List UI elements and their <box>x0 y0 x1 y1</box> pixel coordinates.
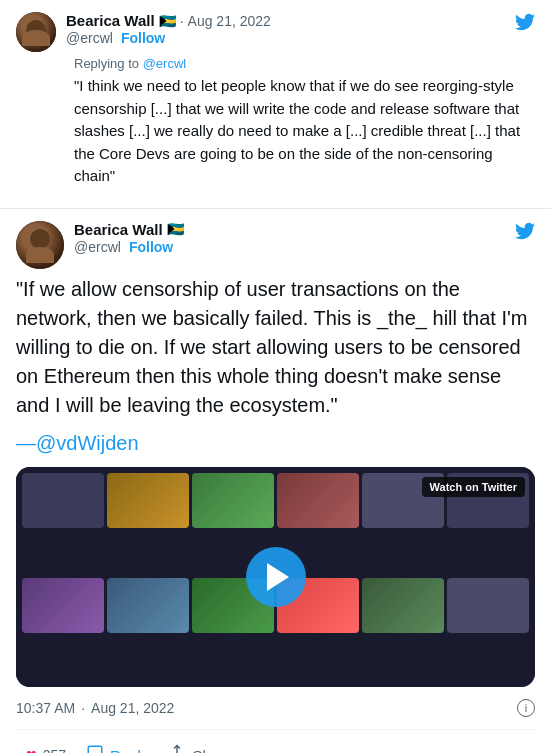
quote-attribution[interactable]: —@vdWijden <box>16 432 535 455</box>
reply-avatar[interactable] <box>16 12 56 52</box>
like-count: 257 <box>43 747 66 753</box>
watch-on-twitter-label: Watch on Twitter <box>422 477 525 497</box>
reply-tweet-header: Bearica Wall 🇧🇸 · Aug 21, 2022 @ercwl Fo… <box>16 12 535 52</box>
reply-name-row: Bearica Wall 🇧🇸 · Aug 21, 2022 <box>66 12 515 29</box>
reply-handle: @ercwl <box>66 30 113 46</box>
reply-date: Aug 21, 2022 <box>188 13 271 29</box>
main-name-row: Bearica Wall 🇧🇸 <box>74 221 515 238</box>
reply-flag: 🇧🇸 <box>159 13 176 29</box>
main-avatar[interactable] <box>16 221 64 269</box>
video-cell-1 <box>22 473 104 528</box>
main-handle: @ercwl <box>74 239 121 255</box>
main-twitter-logo <box>515 221 535 245</box>
share-icon <box>168 744 186 754</box>
action-divider <box>16 729 535 730</box>
reply-tweet: Bearica Wall 🇧🇸 · Aug 21, 2022 @ercwl Fo… <box>0 0 551 209</box>
replying-to-handle[interactable]: @ercwl <box>143 56 187 71</box>
main-handle-row: @ercwl Follow <box>74 239 515 255</box>
video-preview[interactable]: Watch on Twitter <box>16 467 535 687</box>
main-display-name: Bearica Wall <box>74 221 163 238</box>
replying-to-label: Replying to @ercwl <box>74 56 535 71</box>
tweet-time: 10:37 AM <box>16 700 75 716</box>
meta-sep: · <box>81 700 85 716</box>
video-cell-7 <box>22 578 104 633</box>
reply-display-name: Bearica Wall <box>66 12 155 29</box>
main-flag: 🇧🇸 <box>167 221 184 237</box>
reply-tweet-text: "I think we need to let people know that… <box>74 75 535 188</box>
tweet-full-date: Aug 21, 2022 <box>91 700 174 716</box>
tweet-meta: 10:37 AM · Aug 21, 2022 i <box>16 699 535 717</box>
play-button[interactable] <box>246 547 306 607</box>
reply-user-info: Bearica Wall 🇧🇸 · Aug 21, 2022 @ercwl Fo… <box>66 12 515 46</box>
info-icon[interactable]: i <box>517 699 535 717</box>
main-tweet-header: Bearica Wall 🇧🇸 @ercwl Follow <box>16 221 535 269</box>
video-cell-4 <box>277 473 359 528</box>
action-bar: ♥ 257 Reply Share <box>16 734 535 754</box>
video-cell-3 <box>192 473 274 528</box>
like-button[interactable]: ♥ 257 <box>16 739 76 754</box>
play-icon <box>267 563 289 591</box>
share-button[interactable]: Share <box>158 738 242 754</box>
reply-button[interactable]: Reply <box>76 738 158 754</box>
video-cell-8 <box>107 578 189 633</box>
video-cell-11 <box>362 578 444 633</box>
reply-follow-button[interactable]: Follow <box>121 30 165 46</box>
reply-label: Reply <box>110 747 148 754</box>
reply-icon <box>86 744 104 754</box>
reply-date-sep: · <box>180 13 184 29</box>
reply-handle-row: @ercwl Follow <box>66 30 515 46</box>
main-user-info: Bearica Wall 🇧🇸 @ercwl Follow <box>74 221 515 255</box>
main-tweet: Bearica Wall 🇧🇸 @ercwl Follow "If we all… <box>0 209 551 754</box>
heart-icon: ♥ <box>26 745 37 754</box>
main-tweet-text: "If we allow censorship of user transact… <box>16 275 535 420</box>
main-follow-button[interactable]: Follow <box>129 239 173 255</box>
video-cell-12 <box>447 578 529 633</box>
video-cell-2 <box>107 473 189 528</box>
share-label: Share <box>192 747 232 754</box>
twitter-logo <box>515 12 535 36</box>
